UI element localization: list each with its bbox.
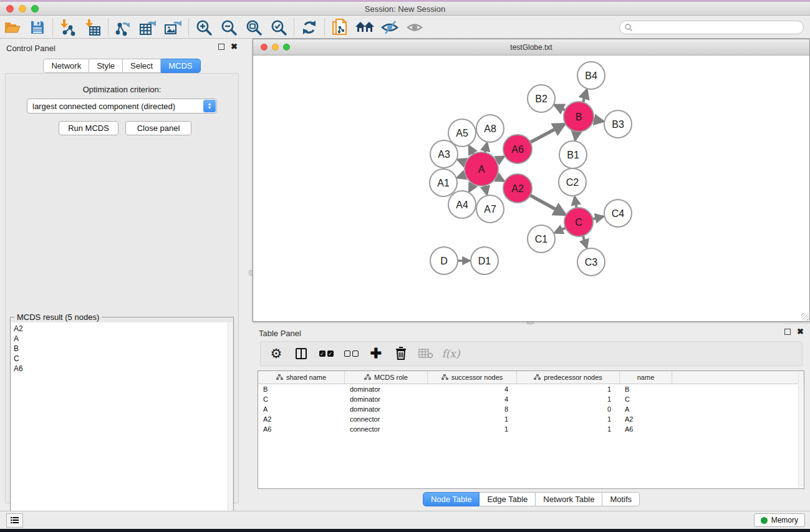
criterion-dropdown[interactable]: largest connected component (directed) ▲… bbox=[27, 99, 217, 114]
node-D1[interactable]: D1 bbox=[471, 247, 498, 274]
node-B2[interactable]: B2 bbox=[528, 85, 555, 112]
node-C1[interactable]: C1 bbox=[528, 225, 555, 253]
node-B1[interactable]: B1 bbox=[559, 141, 587, 168]
mcds-result-item[interactable]: A2 bbox=[14, 324, 226, 334]
table-cell[interactable]: B bbox=[258, 385, 345, 393]
save-session-icon[interactable] bbox=[25, 17, 50, 37]
mcds-result-item[interactable]: C bbox=[14, 354, 226, 364]
mcds-result-list[interactable]: A2ABCA6 bbox=[11, 322, 229, 527]
mcds-result-item[interactable]: B bbox=[14, 344, 226, 354]
import-network-icon[interactable] bbox=[55, 17, 80, 37]
table-cell[interactable]: A6 bbox=[620, 425, 672, 433]
edge-B-B4[interactable] bbox=[582, 90, 587, 104]
network-graph[interactable]: B4B2BB3A5A8A6A3B1AA1C2A2A4A7C4CC1DD1C3 bbox=[253, 56, 809, 321]
node-A8[interactable]: A8 bbox=[476, 115, 504, 142]
table-cell[interactable]: 1 bbox=[428, 425, 517, 433]
float-panel-icon[interactable] bbox=[784, 329, 791, 335]
node-table[interactable]: shared nameMCDS rolesuccessor nodesprede… bbox=[258, 370, 804, 489]
tab-motifs[interactable]: Motifs bbox=[602, 492, 640, 506]
window-resize-grip[interactable] bbox=[801, 313, 809, 321]
table-body[interactable]: Bdominator41BCdominator41CAdominator80AA… bbox=[258, 384, 804, 434]
column-header-MCDS-role[interactable]: MCDS role bbox=[345, 371, 428, 384]
tab-edge-table[interactable]: Edge Table bbox=[480, 492, 536, 506]
export-network-icon[interactable] bbox=[111, 17, 136, 37]
show-columns-icon[interactable] bbox=[292, 344, 311, 363]
run-mcds-button[interactable]: Run MCDS bbox=[59, 121, 118, 135]
float-panel-icon[interactable] bbox=[218, 44, 224, 50]
table-cell[interactable]: A2 bbox=[258, 415, 345, 423]
table-cell[interactable]: 1 bbox=[517, 415, 620, 423]
node-A7[interactable]: A7 bbox=[476, 195, 504, 223]
network-window-titlebar[interactable]: testGlobe.txt bbox=[253, 39, 809, 56]
table-cell[interactable]: A bbox=[620, 405, 672, 413]
table-header-row[interactable]: shared nameMCDS rolesuccessor nodesprede… bbox=[258, 371, 804, 384]
open-session-icon[interactable] bbox=[0, 17, 25, 37]
table-cell[interactable]: dominator bbox=[345, 405, 428, 413]
edge-B-B2[interactable] bbox=[555, 105, 567, 110]
table-row[interactable]: Cdominator41C bbox=[258, 394, 804, 404]
table-cell[interactable]: 1 bbox=[517, 385, 620, 393]
table-row[interactable]: Bdominator41B bbox=[258, 384, 804, 394]
network-file-icon[interactable] bbox=[327, 17, 352, 37]
zoom-fit-icon[interactable] bbox=[241, 17, 266, 37]
zoom-out-icon[interactable] bbox=[216, 17, 241, 37]
table-cell[interactable]: 4 bbox=[428, 395, 517, 403]
table-cell[interactable]: 4 bbox=[428, 385, 517, 393]
table-cell[interactable]: 0 bbox=[517, 405, 620, 413]
column-header-successor-nodes[interactable]: successor nodes bbox=[428, 371, 517, 384]
node-B3[interactable]: B3 bbox=[604, 110, 632, 138]
zoom-in-icon[interactable] bbox=[191, 17, 216, 37]
table-cell[interactable]: B bbox=[620, 385, 672, 393]
close-panel-icon[interactable]: ✖ bbox=[797, 329, 804, 335]
refresh-layout-icon[interactable] bbox=[297, 17, 322, 37]
node-A6[interactable]: A6 bbox=[503, 135, 532, 163]
select-all-icon[interactable]: ✓✓ bbox=[317, 344, 335, 363]
tab-style[interactable]: Style bbox=[89, 59, 123, 73]
tab-network[interactable]: Network bbox=[43, 59, 89, 73]
add-row-plus-icon[interactable]: ✚ bbox=[367, 344, 385, 363]
close-panel-button[interactable]: Close panel bbox=[125, 121, 191, 135]
delete-trash-icon[interactable] bbox=[392, 344, 410, 363]
hide-panel-eye-icon[interactable] bbox=[377, 17, 402, 37]
edge-A6-B[interactable] bbox=[529, 124, 564, 143]
table-cell[interactable]: 1 bbox=[517, 395, 620, 403]
table-cell[interactable]: A bbox=[258, 405, 345, 413]
node-A3[interactable]: A3 bbox=[430, 140, 458, 168]
task-history-button[interactable] bbox=[6, 513, 23, 528]
edge-A2-C[interactable] bbox=[529, 195, 565, 215]
node-D[interactable]: D bbox=[430, 247, 458, 274]
export-table-icon[interactable] bbox=[136, 17, 161, 37]
table-cell[interactable]: 1 bbox=[517, 425, 620, 433]
node-A[interactable]: A bbox=[465, 152, 498, 186]
node-C4[interactable]: C4 bbox=[604, 200, 632, 227]
table-scrollbar[interactable] bbox=[798, 372, 803, 488]
export-image-icon[interactable] bbox=[161, 17, 186, 37]
node-C2[interactable]: C2 bbox=[559, 168, 586, 196]
tab-mcds[interactable]: MCDS bbox=[161, 59, 200, 73]
table-cell[interactable]: 1 bbox=[428, 415, 517, 423]
column-header-name[interactable]: name bbox=[620, 371, 672, 384]
table-cell[interactable]: C bbox=[258, 395, 345, 403]
zoom-selected-icon[interactable] bbox=[266, 17, 291, 37]
import-table-icon[interactable] bbox=[80, 17, 105, 37]
table-cell[interactable]: connector bbox=[345, 425, 428, 433]
node-A1[interactable]: A1 bbox=[430, 169, 457, 196]
tab-network-table[interactable]: Network Table bbox=[536, 492, 602, 506]
table-cell[interactable]: connector bbox=[345, 415, 428, 423]
table-cell[interactable]: dominator bbox=[345, 385, 428, 393]
tab-node-table[interactable]: Node Table bbox=[423, 492, 480, 506]
edge-C-C1[interactable] bbox=[555, 228, 567, 233]
mcds-result-item[interactable]: A6 bbox=[14, 364, 226, 374]
node-A2[interactable]: A2 bbox=[503, 174, 532, 203]
column-header-predecessor-nodes[interactable]: predecessor nodes bbox=[517, 371, 620, 384]
table-cell[interactable]: A6 bbox=[258, 425, 345, 433]
home-icon[interactable] bbox=[352, 17, 377, 37]
deselect-all-icon[interactable] bbox=[342, 344, 360, 363]
table-cell[interactable]: 8 bbox=[428, 405, 517, 413]
node-A4[interactable]: A4 bbox=[448, 191, 476, 218]
node-A5[interactable]: A5 bbox=[448, 119, 476, 147]
table-row[interactable]: A6connector11A6 bbox=[258, 424, 804, 434]
table-settings-gear-icon[interactable]: ⚙ bbox=[267, 344, 286, 363]
node-C3[interactable]: C3 bbox=[577, 248, 605, 276]
mcds-result-scrollbar[interactable] bbox=[228, 322, 233, 527]
